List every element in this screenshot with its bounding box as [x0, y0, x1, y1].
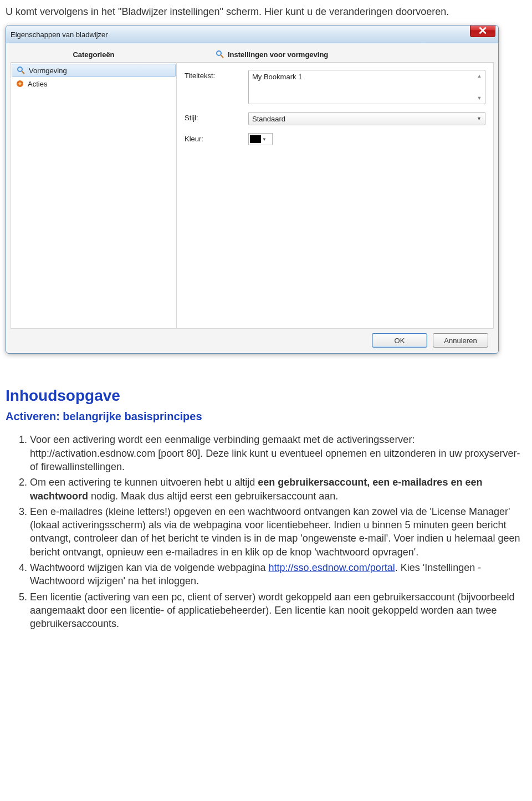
dialog-footer: OK Annuleren: [11, 329, 494, 348]
titletext-row: Titeltekst: My Bookmark 1 ▲ ▼: [185, 70, 485, 104]
stijl-value: Standaard: [252, 115, 285, 123]
kleur-picker[interactable]: ▼: [248, 133, 273, 145]
magnifier-icon: [17, 66, 25, 75]
svg-point-2: [18, 67, 22, 72]
item-text: Om een activering te kunnen uitvoeren he…: [30, 477, 258, 488]
stijl-row: Stijl: Standaard ▼: [185, 112, 485, 125]
bookmark-properties-dialog: Eigenschappen van bladwijzer Categorieën…: [6, 25, 499, 354]
stijl-select[interactable]: Standaard ▼: [248, 112, 485, 125]
principles-list: Voor een activering wordt een eenmalige …: [19, 433, 526, 630]
item-text: Een e-mailadres (kleine letters!) opgeve…: [30, 506, 520, 558]
intro-text: U komt vervolgens in het "Bladwijzer ins…: [6, 6, 526, 18]
settings-header: Instellingen voor vormgeving: [177, 48, 494, 62]
item-text: Wachtwoord wijzigen kan via de volgende …: [30, 562, 269, 573]
svg-line-3: [22, 71, 24, 74]
categories-list: Vormgeving Acties: [11, 63, 177, 329]
scroll-down-icon: ▼: [475, 94, 484, 103]
list-item: Een e-mailadres (kleine letters!) opgeve…: [30, 505, 526, 559]
close-button[interactable]: [470, 25, 495, 37]
color-swatch: [250, 135, 261, 143]
section-heading: Activeren: belangrijke basisprincipes: [6, 410, 526, 423]
svg-point-0: [217, 51, 221, 55]
titletext-label: Titeltekst:: [185, 70, 243, 80]
titletext-value: My Bookmark 1: [252, 73, 302, 81]
titletext-scrollbar[interactable]: ▲ ▼: [475, 72, 484, 103]
list-item: Een licentie (activering van een pc, cli…: [30, 590, 526, 631]
cancel-button[interactable]: Annuleren: [433, 333, 488, 348]
dialog-title: Eigenschappen van bladwijzer: [11, 30, 108, 39]
kleur-row: Kleur: ▼: [185, 133, 485, 145]
dialog-titlebar: Eigenschappen van bladwijzer: [6, 25, 498, 43]
panes-container: Vormgeving Acties Titeltekst: My Bookmar…: [11, 63, 494, 329]
settings-pane: Titeltekst: My Bookmark 1 ▲ ▼ Stijl: Sta…: [177, 63, 494, 329]
page-heading: Inhoudsopgave: [6, 387, 526, 405]
list-item: Om een activering te kunnen uitvoeren he…: [30, 476, 526, 503]
portal-link[interactable]: http://sso.esdnow.com/portal: [269, 562, 395, 573]
list-item: Voor een activering wordt een eenmalige …: [30, 433, 526, 473]
settings-header-label: Instellingen voor vormgeving: [228, 50, 328, 59]
chevron-down-icon: ▼: [477, 116, 482, 121]
article: Inhoudsopgave Activeren: belangrijke bas…: [6, 387, 526, 630]
stijl-label: Stijl:: [185, 112, 243, 122]
category-label: Vormgeving: [29, 67, 67, 75]
chevron-down-icon: ▼: [262, 137, 267, 142]
category-vormgeving[interactable]: Vormgeving: [12, 64, 176, 77]
scroll-up-icon: ▲: [475, 72, 484, 80]
categories-header: Categorieën: [11, 48, 177, 62]
item-text: Een licentie (activering van een pc, cli…: [30, 591, 515, 630]
svg-line-1: [221, 55, 223, 58]
item-text: nodig. Maak dus altijd eerst een gebruik…: [88, 491, 338, 502]
action-icon: [16, 79, 24, 88]
category-acties[interactable]: Acties: [11, 78, 176, 90]
pane-headers: Categorieën Instellingen voor vormgeving: [11, 48, 494, 63]
kleur-label: Kleur:: [185, 133, 243, 143]
magnifier-icon: [216, 50, 224, 59]
dialog-body: Categorieën Instellingen voor vormgeving…: [6, 43, 498, 353]
titletext-input[interactable]: My Bookmark 1 ▲ ▼: [248, 70, 485, 104]
list-item: Wachtwoord wijzigen kan via de volgende …: [30, 561, 526, 588]
item-text: Voor een activering wordt een eenmalige …: [30, 434, 520, 472]
close-icon: [479, 27, 487, 34]
category-label: Acties: [28, 80, 47, 88]
ok-button[interactable]: OK: [372, 333, 427, 348]
categories-header-label: Categorieën: [73, 50, 114, 59]
